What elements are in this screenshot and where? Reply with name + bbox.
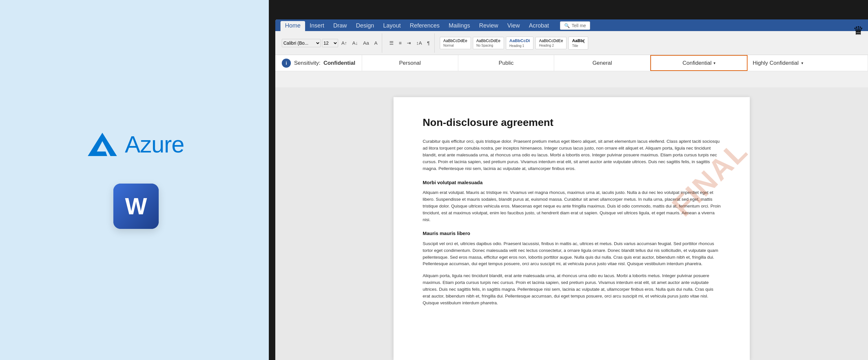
tell-me-search[interactable]: 🔍 Tell me <box>560 21 590 30</box>
font-size-select[interactable]: 12 <box>322 39 338 47</box>
bullets-button[interactable]: ☰ <box>388 39 396 47</box>
azure-logo-text: Azure <box>125 131 184 158</box>
style-normal[interactable]: AaBbCcDdEeNormal <box>440 37 471 49</box>
style-no-spacing[interactable]: AaBbCcDdEeNo Spacing <box>473 37 504 49</box>
confidential-dropdown-icon: ▾ <box>714 61 715 65</box>
document-page: FINAL Non-disclosure agreement Curabitur… <box>394 97 750 360</box>
ribbon: Home Insert Draw Design Layout Reference… <box>275 20 868 55</box>
show-marks-button[interactable]: ¶ <box>425 39 432 46</box>
sensitivity-general[interactable]: General <box>554 55 650 71</box>
sensitivity-highly-confidential[interactable]: Highly Confidential ▾ <box>747 55 868 71</box>
change-case-button[interactable]: Aa <box>361 39 371 46</box>
ribbon-content: Calibri (Bo... 12 A↑ A↓ Aa A ☰ ≡ ⇥ ↕A <box>275 31 868 55</box>
left-panel: Azure W <box>0 0 272 360</box>
word-document-window: Home Insert Draw Design Layout Reference… <box>275 20 868 360</box>
grow-font-button[interactable]: A↑ <box>339 39 349 46</box>
sensitivity-personal[interactable]: Personal <box>362 55 458 71</box>
confidential-label: Confidential <box>682 60 712 66</box>
word-icon: W <box>113 184 159 229</box>
style-title[interactable]: AaBb(Title <box>568 37 588 50</box>
tab-insert[interactable]: Insert <box>305 21 329 31</box>
paragraph-2: Aliquam erat volutpat. Mauris ac tristiq… <box>423 189 721 223</box>
clear-format-button[interactable]: A <box>372 39 379 46</box>
highly-confidential-arrow: ▾ <box>801 61 803 65</box>
style-heading2[interactable]: AaBbCcDdEeHeading 2 <box>535 37 566 49</box>
tab-references[interactable]: References <box>405 21 444 31</box>
word-window: Home Insert Draw Design Layout Reference… <box>269 0 868 360</box>
highly-confidential-label: Highly Confidential <box>753 60 799 66</box>
sensitivity-current-value: Confidential <box>323 60 355 66</box>
sensitivity-confidential[interactable]: Confidential ▾ <box>650 55 747 71</box>
paragraph-3: Suscipit vel orci et, ultricies dapibus … <box>423 240 721 268</box>
heading-mauris: Mauris mauris libero <box>423 230 721 237</box>
search-icon: 🔍 <box>564 23 570 28</box>
sensitivity-public[interactable]: Public <box>458 55 555 71</box>
document-title: Non-disclosure agreement <box>423 117 721 129</box>
font-family-select[interactable]: Calibri (Bo... <box>282 39 321 47</box>
tab-layout[interactable]: Layout <box>379 21 405 31</box>
style-heading1[interactable]: AaBbCcDiHeading 1 <box>506 37 534 50</box>
azure-logo-icon <box>88 131 117 157</box>
tab-view[interactable]: View <box>503 21 524 31</box>
heading-morbi: Morbi volutpat malesuada <box>423 179 721 186</box>
styles-group: AaBbCcDdEeNormal AaBbCcDdEeNo Spacing Aa… <box>437 37 864 50</box>
numbering-button[interactable]: ≡ <box>397 39 404 46</box>
shrink-font-button[interactable]: A↓ <box>350 39 360 46</box>
indent-button[interactable]: ⇥ <box>405 39 413 47</box>
sensitivity-bar: i Sensitivity: Confidential Personal Pub… <box>275 55 868 71</box>
word-icon-container: W <box>113 184 159 229</box>
word-icon-letter: W <box>125 193 147 220</box>
document-area[interactable]: FINAL Non-disclosure agreement Curabitur… <box>275 88 868 360</box>
tab-acrobat[interactable]: Acrobat <box>524 21 554 31</box>
azure-logo: Azure <box>88 131 184 158</box>
ribbon-tabs: Home Insert Draw Design Layout Reference… <box>275 20 868 31</box>
paragraph-group: ☰ ≡ ⇥ ↕A ¶ <box>385 33 434 53</box>
tab-mailings[interactable]: Mailings <box>444 21 474 31</box>
sensitivity-icon: i <box>282 59 291 68</box>
tab-review[interactable]: Review <box>474 21 503 31</box>
crown-icon: ♛ <box>853 24 864 37</box>
tab-draw[interactable]: Draw <box>329 21 351 31</box>
paragraph-1: Curabitur quis efficitur orci, quis tris… <box>423 138 721 172</box>
font-group: Calibri (Bo... 12 A↑ A↓ Aa A <box>279 33 382 53</box>
tell-me-label: Tell me <box>572 23 586 28</box>
paragraph-4: Aliquam porta, ligula nec tincidunt blan… <box>423 272 721 306</box>
sort-button[interactable]: ↕A <box>414 39 424 46</box>
tab-design[interactable]: Design <box>351 21 379 31</box>
document-body: Curabitur quis efficitur orci, quis tris… <box>423 138 721 306</box>
sensitivity-current-label: Sensitivity: Confidential <box>294 60 355 66</box>
crown-area: ♛ <box>853 24 864 38</box>
sensitivity-label: i Sensitivity: Confidential <box>275 55 362 71</box>
sensitivity-options: Personal Public General Confidential ▾ H… <box>362 55 868 71</box>
tab-home[interactable]: Home <box>280 21 305 31</box>
svg-marker-0 <box>88 133 117 156</box>
